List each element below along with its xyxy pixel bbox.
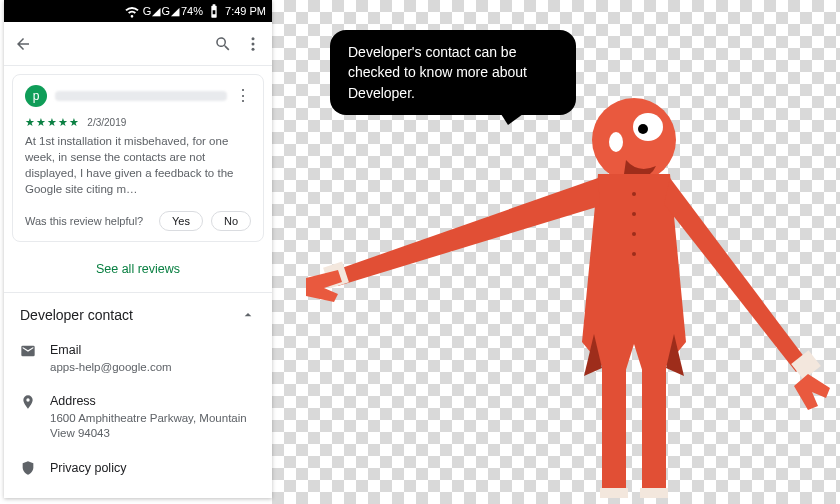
svg-point-0 <box>252 37 255 40</box>
review-text: At 1st installation it misbehaved, for o… <box>25 133 251 197</box>
developer-contact-title: Developer contact <box>20 307 240 323</box>
svg-point-5 <box>638 124 648 134</box>
star-rating: ★★★★★ <box>25 116 80 128</box>
character-figure <box>296 82 836 502</box>
wifi-icon <box>124 3 140 19</box>
back-icon[interactable] <box>14 35 32 53</box>
email-icon <box>20 343 36 359</box>
network-text: G ◢ G ◢ <box>143 5 178 18</box>
svg-point-2 <box>252 47 255 50</box>
search-icon[interactable] <box>214 35 232 53</box>
email-value: apps-help@google.com <box>50 360 256 376</box>
svg-point-9 <box>632 232 636 236</box>
svg-point-4 <box>633 113 663 141</box>
address-label: Address <box>50 394 256 408</box>
more-icon[interactable] <box>244 35 262 53</box>
address-value: 1600 Amphitheatre Parkway, Mountain View… <box>50 411 256 442</box>
svg-point-10 <box>632 252 636 256</box>
appbar <box>4 22 272 66</box>
see-all-reviews-link[interactable]: See all reviews <box>4 250 272 292</box>
address-item[interactable]: Address 1600 Amphitheatre Parkway, Mount… <box>4 388 272 454</box>
location-icon <box>20 394 36 410</box>
battery-text: 74% <box>181 5 203 17</box>
svg-point-8 <box>632 212 636 216</box>
svg-point-1 <box>252 42 255 45</box>
statusbar: G ◢ G ◢ 74% 7:49 PM <box>4 0 272 22</box>
developer-contact-header[interactable]: Developer contact <box>4 293 272 337</box>
review-card: p ⋮ ★★★★★ 2/3/2019 At 1st installation i… <box>12 74 264 242</box>
svg-rect-14 <box>642 332 666 492</box>
email-label: Email <box>50 343 256 357</box>
svg-point-7 <box>632 192 636 196</box>
reviewer-name-blurred <box>55 91 227 101</box>
phone-frame: G ◢ G ◢ 74% 7:49 PM p ⋮ ★★★★★ 2/3/2019 A… <box>4 0 272 498</box>
privacy-policy-item[interactable]: Privacy policy <box>4 454 272 490</box>
review-date: 2/3/2019 <box>87 117 126 128</box>
no-button[interactable]: No <box>211 211 251 231</box>
svg-rect-16 <box>640 488 668 498</box>
helpful-row: Was this review helpful? Yes No <box>25 211 251 231</box>
clock-text: 7:49 PM <box>225 5 266 17</box>
battery-icon <box>206 3 222 19</box>
privacy-policy-label: Privacy policy <box>50 461 126 475</box>
svg-rect-15 <box>600 488 628 498</box>
email-item[interactable]: Email apps-help@google.com <box>4 337 272 388</box>
helpful-question: Was this review helpful? <box>25 215 151 227</box>
chevron-up-icon <box>240 307 256 323</box>
rating-row: ★★★★★ 2/3/2019 <box>25 115 251 129</box>
shield-icon <box>20 460 36 476</box>
avatar: p <box>25 85 47 107</box>
svg-rect-13 <box>602 332 626 492</box>
yes-button[interactable]: Yes <box>159 211 203 231</box>
svg-point-6 <box>609 132 623 152</box>
